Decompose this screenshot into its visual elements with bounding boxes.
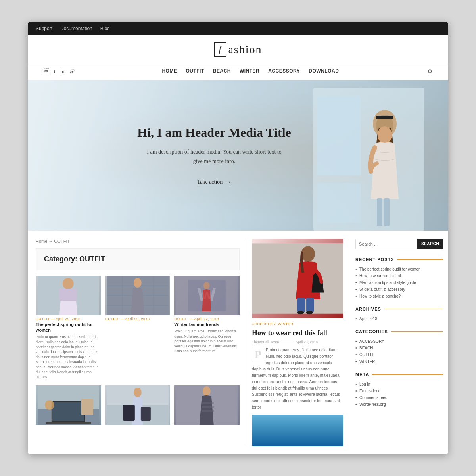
post-1-meta: OUTFIT — April 25, 2018 xyxy=(36,317,101,321)
recent-post-5[interactable]: How to style a poncho? xyxy=(355,293,443,299)
recent-post-3[interactable]: Men fashion tips and style guide xyxy=(355,279,443,286)
cat-4[interactable]: WINTER xyxy=(355,358,443,365)
logo-letter-box: f xyxy=(214,42,226,57)
top-bar-documentation[interactable]: Documentation xyxy=(60,26,92,31)
meta-widget: META Log in Entries feed Comments feed W… xyxy=(355,372,443,408)
categories-line xyxy=(391,331,443,332)
meta-line xyxy=(372,374,443,375)
top-bar-blog[interactable]: Blog xyxy=(100,26,110,31)
svg-rect-46 xyxy=(306,298,314,311)
hero-section: Hi, I am Header Media Title I am descrip… xyxy=(28,80,448,231)
hero-content: Hi, I am Header Media Title I am descrip… xyxy=(137,125,291,186)
cat-1[interactable]: ACCESSORY xyxy=(355,338,443,345)
recent-posts-widget: RECENT POSTS The perfect spring outfit f… xyxy=(355,257,443,299)
svg-rect-36 xyxy=(140,407,150,421)
nav-links: HOME OUTFIT BEACH WINTER ACCESSORY DOWNL… xyxy=(162,68,339,75)
top-bar: Support Documentation Blog xyxy=(28,22,448,35)
recent-post-1[interactable]: The perfect spring outfit for women xyxy=(355,266,443,273)
social-icons:  t in 𝒫 xyxy=(44,69,73,75)
svg-point-24 xyxy=(203,282,210,289)
linkedin-icon[interactable]: in xyxy=(60,69,65,75)
search-button[interactable]: SEARCH xyxy=(417,239,443,249)
search-bar: SEARCH xyxy=(355,239,443,249)
article-ocean-image xyxy=(252,415,343,446)
post-3-meta: OUTFIT — April 22, 2018 xyxy=(174,317,240,321)
recent-post-4[interactable]: St delta outfit & accessory xyxy=(355,286,443,293)
top-bar-support[interactable]: Support xyxy=(36,26,52,31)
logo-text: ashion xyxy=(228,43,262,56)
meta-3[interactable]: Comments feed xyxy=(355,394,443,401)
article-categories: ACCESSORY, WINTER xyxy=(252,322,343,326)
byline-divider xyxy=(281,342,293,342)
hero-title: Hi, I am Header Media Title xyxy=(137,125,291,141)
nav-beach[interactable]: BEACH xyxy=(213,68,231,75)
post-3-excerpt: Proin ut quam eros. Donec sed lobortis d… xyxy=(174,329,240,354)
search-icon[interactable]: ⚲ xyxy=(428,68,432,76)
archives-list: April 2018 xyxy=(355,315,443,322)
widget-title-line xyxy=(397,259,443,260)
pinterest-icon[interactable]: 𝒫 xyxy=(69,69,73,75)
twitter-icon[interactable]: t xyxy=(54,69,56,75)
article-title[interactable]: How to wear red this fall xyxy=(252,328,343,338)
cat-3[interactable]: OUTFIT xyxy=(355,351,443,358)
svg-rect-7 xyxy=(377,198,382,226)
svg-point-34 xyxy=(133,388,141,397)
archive-1[interactable]: April 2018 xyxy=(355,315,443,322)
hero-description: I am description of header media. You ca… xyxy=(147,147,282,166)
posts-row-2 xyxy=(36,385,240,427)
drop-cap: P xyxy=(252,348,264,361)
svg-point-48 xyxy=(306,311,313,314)
post-5 xyxy=(105,385,171,427)
post-3-title[interactable]: Winter fashion trends xyxy=(174,322,240,327)
svg-rect-31 xyxy=(81,399,93,415)
posts-grid: OUTFIT — April 25, 2018 The perfect spri… xyxy=(36,276,240,380)
article-body: P Proin ut quam eros. Nulla nec odio dia… xyxy=(252,347,343,411)
blog-middle: ACCESSORY, WINTER How to wear red this f… xyxy=(246,239,349,446)
search-input[interactable] xyxy=(355,239,417,249)
facebook-icon[interactable]:  xyxy=(44,69,49,75)
nav-winter[interactable]: WINTER xyxy=(240,68,259,75)
archives-title: ARCHIVES xyxy=(355,307,443,311)
meta-1[interactable]: Log in xyxy=(355,381,443,388)
recent-posts-list: The perfect spring outfit for women How … xyxy=(355,266,443,299)
bottom-section: Home → OUTFIT Category: OUTFIT xyxy=(28,231,448,454)
hero-cta-label: Take action xyxy=(197,179,223,185)
site-nav:  t in 𝒫 HOME OUTFIT BEACH WINTER ACCESS… xyxy=(28,64,448,80)
post-3-thumb: W W OUTFIT — April 22, 2018 Winter fash xyxy=(174,276,240,380)
site-header: f ashion xyxy=(28,35,448,64)
svg-rect-11 xyxy=(60,289,77,301)
archives-line xyxy=(384,309,443,309)
categories-widget: CATEGORIES ACCESSORY BEACH OUTFIT WINTER xyxy=(355,329,443,365)
cat-2[interactable]: BEACH xyxy=(355,345,443,351)
post-6 xyxy=(174,385,240,427)
meta-2[interactable]: Entries feed xyxy=(355,388,443,394)
recent-post-2[interactable]: How to wear red this fall xyxy=(355,273,443,279)
blog-left: Home → OUTFIT Category: OUTFIT xyxy=(36,239,246,446)
category-title: Category: OUTFIT xyxy=(36,248,240,270)
featured-hero-image xyxy=(252,239,343,318)
hero-cta-arrow: → xyxy=(226,179,231,185)
take-action-button[interactable]: Take action → xyxy=(197,179,232,186)
nav-download[interactable]: DOWNLOAD xyxy=(309,68,339,75)
svg-point-10 xyxy=(63,278,74,289)
svg-rect-2 xyxy=(317,183,361,223)
post-1-title[interactable]: The perfect spring outfit for women xyxy=(36,322,101,333)
svg-rect-29 xyxy=(46,422,91,424)
site-logo[interactable]: f ashion xyxy=(214,42,262,57)
svg-rect-5 xyxy=(376,116,393,119)
svg-rect-1 xyxy=(317,96,361,175)
article-byline: ThemeGrill Team April 23, 2018 xyxy=(252,340,343,344)
meta-4[interactable]: WordPress.org xyxy=(355,401,443,408)
svg-rect-45 xyxy=(298,298,305,311)
svg-point-47 xyxy=(297,311,304,314)
post-1-excerpt: Proin ut quam eros. Donec sed lobortis d… xyxy=(36,334,101,379)
svg-rect-35 xyxy=(123,405,134,421)
svg-point-6 xyxy=(378,126,392,144)
meta-title: META xyxy=(355,372,443,377)
nav-home[interactable]: HOME xyxy=(162,68,177,75)
svg-point-20 xyxy=(133,278,141,288)
nav-outfit[interactable]: OUTFIT xyxy=(186,68,204,75)
archives-widget: ARCHIVES April 2018 xyxy=(355,307,443,322)
nav-accessory[interactable]: ACCESSORY xyxy=(268,68,300,75)
meta-list: Log in Entries feed Comments feed WordPr… xyxy=(355,381,443,408)
